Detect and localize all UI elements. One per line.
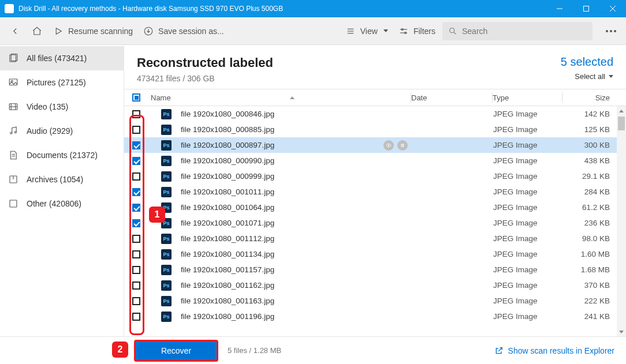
row-checkbox[interactable]	[132, 250, 140, 258]
file-name: file 1920x1080_001157.jpg	[181, 265, 274, 274]
sidebar-item-all-files[interactable]: All files (473421)	[0, 46, 124, 70]
home-button[interactable]	[28, 22, 46, 40]
selected-count: 5 selected	[561, 55, 613, 69]
table-row[interactable]: Psfile 1920x1080_001157.jpgJPEG Image1.6…	[124, 262, 626, 277]
chevron-down-icon	[609, 75, 613, 78]
view-label: View	[360, 27, 378, 36]
row-checkbox[interactable]	[132, 126, 140, 134]
column-name[interactable]: Name	[148, 93, 411, 102]
chevron-down-icon	[383, 29, 388, 32]
column-type[interactable]: Type	[493, 93, 562, 102]
toolbar: Resume scanning Save session as... View …	[0, 17, 626, 45]
table-row[interactable]: Psfile 1920x1080_000846.jpgJPEG Image142…	[124, 106, 626, 122]
file-type: JPEG Image	[493, 219, 562, 227]
table-row[interactable]: Psfile 1920x1080_000999.jpgJPEG Image29.…	[124, 168, 626, 184]
table-row[interactable]: Psfile 1920x1080_001163.jpgJPEG Image222…	[124, 293, 626, 309]
table-row[interactable]: Psfile 1920x1080_001134.jpgJPEG Image1.6…	[124, 246, 626, 262]
table-row[interactable]: Psfile 1920x1080_001011.jpgJPEG Image284…	[124, 184, 626, 200]
table-row[interactable]: Psfile 1920x1080_001112.jpgJPEG Image98.…	[124, 231, 626, 246]
row-checkbox[interactable]	[132, 188, 140, 196]
table-row[interactable]: Psfile 1920x1080_001064.jpgJPEG Image61.…	[124, 200, 626, 215]
row-checkbox[interactable]	[132, 297, 140, 305]
file-type: JPEG Image	[493, 250, 562, 258]
file-type: JPEG Image	[493, 281, 562, 290]
file-name: file 1920x1080_000885.jpg	[181, 125, 274, 134]
sidebar-item-archives[interactable]: Archives (1054)	[0, 167, 124, 192]
save-session-button[interactable]: Save session as...	[140, 22, 228, 40]
resume-scanning-button[interactable]: Resume scanning	[50, 22, 136, 40]
close-button[interactable]	[599, 0, 626, 17]
row-checkbox[interactable]	[132, 141, 140, 149]
file-name: file 1920x1080_000999.jpg	[181, 172, 274, 181]
recover-button[interactable]: Recover	[134, 340, 218, 362]
svg-rect-28	[10, 200, 17, 207]
sort-caret-icon	[290, 96, 295, 99]
select-all-dropdown[interactable]: Select all	[561, 72, 613, 81]
sidebar: All files (473421) Pictures (27125) Vide…	[0, 45, 124, 336]
scroll-down-icon[interactable]	[617, 327, 626, 336]
scroll-thumb[interactable]	[618, 117, 625, 130]
sidebar-item-documents[interactable]: Documents (21372)	[0, 143, 124, 167]
video-icon	[8, 102, 18, 112]
file-name: file 1920x1080_001134.jpg	[181, 250, 274, 258]
explorer-link-label: Show scan results in Explorer	[508, 346, 614, 355]
scrollbar[interactable]	[617, 106, 626, 336]
svg-rect-31	[403, 144, 404, 145]
preview-icon[interactable]	[383, 140, 394, 151]
content-pane: Reconstructed labeled 473421 files / 306…	[124, 45, 626, 336]
maximize-button[interactable]	[573, 0, 599, 17]
other-icon	[8, 198, 18, 209]
sliders-icon	[398, 26, 409, 36]
row-checkbox[interactable]	[132, 110, 140, 118]
row-checkbox[interactable]	[132, 235, 140, 243]
search-box[interactable]	[442, 22, 593, 40]
scroll-up-icon[interactable]	[617, 106, 626, 115]
content-header: Reconstructed labeled 473421 files / 306…	[124, 45, 626, 89]
file-name: file 1920x1080_000990.jpg	[181, 156, 274, 165]
table-row[interactable]: Psfile 1920x1080_000990.jpgJPEG Image438…	[124, 153, 626, 168]
table-body: Psfile 1920x1080_000846.jpgJPEG Image142…	[124, 106, 626, 336]
sidebar-item-video[interactable]: Video (135)	[0, 95, 124, 119]
minimize-button[interactable]	[546, 0, 573, 17]
row-checkbox[interactable]	[132, 172, 140, 181]
row-checkbox[interactable]	[132, 313, 140, 321]
svg-rect-1	[584, 6, 589, 12]
sidebar-item-audio[interactable]: Audio (2929)	[0, 119, 124, 143]
file-name: file 1920x1080_001163.jpg	[181, 297, 274, 305]
row-checkbox[interactable]	[132, 219, 140, 227]
table-row[interactable]: Psfile 1920x1080_001196.jpgJPEG Image241…	[124, 309, 626, 324]
row-checkbox[interactable]	[132, 266, 140, 274]
sidebar-item-label: Pictures (27125)	[27, 78, 86, 87]
table-row[interactable]: Psfile 1920x1080_001071.jpgJPEG Image236…	[124, 215, 626, 231]
svg-point-23	[14, 132, 16, 133]
row-checkbox[interactable]	[132, 157, 140, 165]
filters-button[interactable]: Filters	[395, 22, 439, 40]
hex-icon[interactable]	[397, 140, 408, 151]
row-checkbox[interactable]	[132, 282, 140, 290]
back-button[interactable]	[6, 22, 24, 40]
more-menu-button[interactable]	[602, 22, 620, 40]
column-size[interactable]: Size	[562, 93, 626, 102]
list-icon	[345, 26, 356, 36]
table-row[interactable]: Psfile 1920x1080_000885.jpgJPEG Image125…	[124, 122, 626, 137]
show-in-explorer-link[interactable]: Show scan results in Explorer	[494, 346, 614, 355]
view-dropdown[interactable]: View	[342, 22, 392, 40]
search-input[interactable]	[462, 27, 587, 36]
photoshop-file-icon: Ps	[161, 109, 172, 119]
column-date[interactable]: Date	[411, 93, 492, 102]
file-type: JPEG Image	[493, 125, 562, 134]
photoshop-file-icon: Ps	[161, 296, 172, 306]
row-checkbox[interactable]	[132, 204, 140, 212]
sidebar-item-label: Other (420806)	[27, 199, 81, 208]
file-type: JPEG Image	[493, 156, 562, 165]
table-header: Name Date Type Size	[124, 89, 626, 106]
sidebar-item-pictures[interactable]: Pictures (27125)	[0, 70, 124, 95]
table-row[interactable]: Psfile 1920x1080_000897.jpgJPEG Image300…	[124, 137, 626, 153]
save-session-label: Save session as...	[158, 27, 224, 36]
file-type: JPEG Image	[493, 265, 562, 274]
header-checkbox[interactable]	[132, 93, 140, 102]
sidebar-item-other[interactable]: Other (420806)	[0, 192, 124, 216]
table-row[interactable]: Psfile 1920x1080_001162.jpgJPEG Image370…	[124, 277, 626, 293]
search-icon	[448, 27, 457, 36]
resume-scanning-label: Resume scanning	[68, 27, 133, 36]
